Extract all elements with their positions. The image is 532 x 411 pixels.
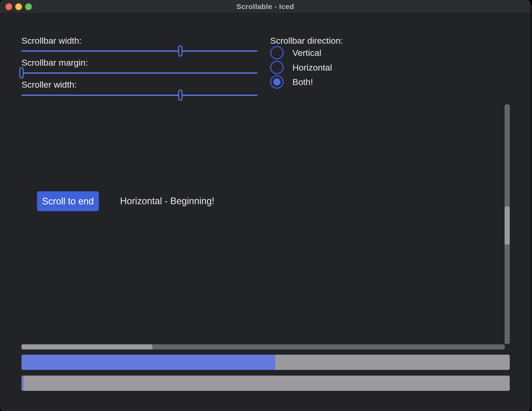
window-edge-line (531, 5, 531, 410)
progressbar-fill (21, 376, 24, 391)
scrollbar-direction-label: Scrollbar direction: (270, 35, 343, 46)
radio-both[interactable] (270, 75, 284, 89)
scroll-to-end-button[interactable]: Scroll to end (37, 191, 99, 211)
slider-handle[interactable] (19, 67, 24, 79)
vertical-scroller[interactable] (505, 207, 510, 245)
slider-handle[interactable] (178, 45, 182, 57)
titlebar: Scrollable - Iced (0, 0, 530, 13)
app-window: Scrollable - Iced Scrollbar width: Scrol… (0, 0, 530, 411)
scroll-status-text: Horizontal - Beginning! (120, 195, 214, 207)
radio-dot (273, 78, 280, 86)
horizontal-scrollbar[interactable] (21, 344, 505, 349)
scrollbar-width-label: Scrollbar width: (21, 35, 82, 46)
horizontal-scroller[interactable] (21, 344, 152, 349)
progressbar-fill (21, 355, 275, 370)
scrollbar-margin-slider[interactable] (21, 67, 257, 79)
scroller-width-slider[interactable] (21, 89, 257, 101)
scrollbar-margin-label: Scrollbar margin: (21, 57, 88, 68)
vertical-scroll-progressbar (21, 355, 510, 370)
horizontal-scroll-progressbar (21, 376, 510, 391)
radio-vertical[interactable] (270, 46, 284, 59)
radio-vertical-label[interactable]: Vertical (292, 47, 321, 58)
scroller-width-label: Scroller width: (21, 79, 77, 90)
radio-horizontal[interactable] (270, 61, 284, 74)
slider-track[interactable] (21, 72, 257, 74)
window-title: Scrollable - Iced (0, 0, 530, 13)
radio-both-label[interactable]: Both! (292, 77, 313, 87)
scrollbar-width-slider[interactable] (21, 45, 257, 57)
radio-horizontal-label[interactable]: Horizontal (292, 62, 332, 73)
slider-handle[interactable] (178, 89, 182, 101)
slider-track[interactable] (21, 50, 257, 52)
slider-track[interactable] (21, 95, 257, 96)
vertical-scrollbar[interactable] (505, 104, 510, 344)
